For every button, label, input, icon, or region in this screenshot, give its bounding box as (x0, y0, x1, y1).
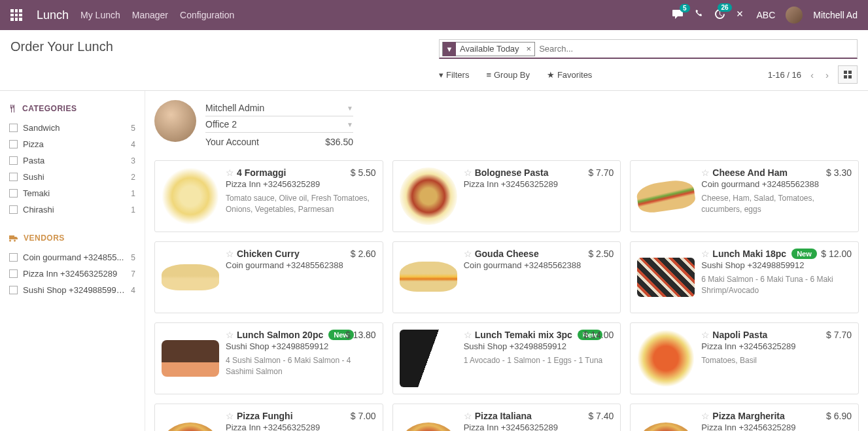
product-card[interactable]: $ 7.40☆Pizza ItalianaPizza Inn +32456325… (392, 404, 621, 431)
product-card[interactable]: $ 7.00☆Pizza FunghiPizza Inn +3245632528… (154, 404, 383, 431)
product-vendor: Pizza Inn +32456325289 (226, 422, 376, 431)
favorite-star-icon[interactable]: ☆ (701, 411, 710, 421)
category-item[interactable]: Temaki1 (9, 185, 135, 201)
favorite-star-icon[interactable]: ☆ (226, 330, 234, 340)
product-image (637, 422, 695, 431)
favorites-button[interactable]: ★Favorites (547, 70, 592, 80)
product-card[interactable]: $ 2.60☆Chicken CurryCoin gourmand +32485… (154, 241, 383, 313)
groupby-button[interactable]: ≡Group By (486, 70, 530, 80)
activities-badge: 26 (718, 3, 731, 12)
product-price: $ 6.90 (826, 411, 852, 421)
checkbox[interactable] (9, 140, 18, 148)
category-item[interactable]: Chirashi1 (9, 201, 135, 218)
vendor-label: Coin gourmand +324855... (23, 252, 126, 262)
facet-label: Available Today (456, 44, 523, 54)
favorite-star-icon[interactable]: ☆ (701, 330, 710, 340)
product-description: 4 Sushi Salmon - 6 Maki Salmon - 4 Sashi… (226, 355, 376, 377)
category-item[interactable]: Sushi2 (9, 169, 135, 185)
nav-manager[interactable]: Manager (132, 10, 168, 20)
office-select[interactable]: Office 2▼ (205, 116, 353, 133)
checkbox[interactable] (9, 189, 18, 198)
user-avatar-icon[interactable] (786, 7, 803, 24)
facet-remove-icon[interactable]: × (523, 44, 535, 54)
search-box[interactable]: ▼ Available Today × (439, 39, 858, 59)
product-image (162, 167, 219, 225)
app-brand[interactable]: Lunch (37, 9, 69, 22)
nav-configuration[interactable]: Configuration (180, 10, 234, 20)
product-image (400, 330, 457, 387)
product-image (400, 422, 457, 431)
search-facet: ▼ Available Today × (442, 42, 535, 56)
product-description: Cheese, Ham, Salad, Tomatoes, cucumbers,… (701, 193, 852, 215)
product-description: 1 Avocado - 1 Salmon - 1 Eggs - 1 Tuna (464, 355, 614, 366)
messages-icon[interactable]: 5 (672, 9, 684, 22)
pager-text: 1-16 / 16 (768, 70, 801, 80)
vendor-item[interactable]: Sushi Shop +3249885999...4 (9, 282, 135, 298)
product-card[interactable]: $ 6.90☆Pizza MargheritaPizza Inn +324563… (630, 404, 859, 431)
favorite-star-icon[interactable]: ☆ (226, 167, 234, 178)
vendor-count: 4 (131, 286, 135, 295)
product-title: Lunch Maki 18pc (712, 249, 786, 259)
product-image (637, 258, 695, 297)
favorite-star-icon[interactable]: ☆ (464, 167, 472, 178)
pager-next-icon[interactable]: › (823, 67, 831, 83)
product-card[interactable]: $ 7.70☆Napoli PastaPizza Inn +3245632528… (630, 322, 859, 394)
favorite-star-icon[interactable]: ☆ (701, 167, 710, 178)
product-vendor: Pizza Inn +32456325289 (464, 179, 614, 189)
user-name[interactable]: Mitchell Ad (813, 10, 858, 20)
product-card[interactable]: $ 5.50☆4 FormaggiPizza Inn +32456325289T… (154, 160, 383, 232)
pager-prev-icon[interactable]: ‹ (808, 67, 816, 83)
company-name[interactable]: ABC (757, 10, 776, 20)
category-count: 4 (131, 140, 135, 149)
search-input[interactable] (535, 44, 854, 54)
debug-icon[interactable] (736, 9, 746, 22)
truck-icon (9, 234, 18, 242)
product-card[interactable]: $ 12.00☆Lunch Maki 18pcNewSushi Shop +32… (630, 241, 859, 313)
checkbox[interactable] (9, 286, 18, 294)
category-item[interactable]: Pasta3 (9, 152, 135, 169)
user-select[interactable]: Mitchell Admin▼ (205, 100, 353, 116)
product-card[interactable]: $ 3.30☆Cheese And HamCoin gourmand +3248… (630, 160, 859, 232)
category-item[interactable]: Sandwich5 (9, 120, 135, 136)
product-price: $ 7.70 (826, 330, 852, 340)
product-card[interactable]: $ 7.70☆Bolognese PastaPizza Inn +3245632… (392, 160, 621, 232)
checkbox[interactable] (9, 124, 18, 132)
checkbox[interactable] (9, 269, 18, 278)
product-image (636, 178, 697, 215)
checkbox[interactable] (9, 156, 18, 165)
category-item[interactable]: Pizza4 (9, 136, 135, 152)
phone-icon[interactable] (694, 9, 704, 21)
checkbox[interactable] (9, 205, 18, 214)
favorite-star-icon[interactable]: ☆ (464, 249, 472, 259)
product-card[interactable]: $ 13.80☆Lunch Salmon 20pcNewSushi Shop +… (154, 322, 383, 394)
kanban-icon (844, 71, 852, 78)
product-card[interactable]: $ 2.50☆Gouda CheeseCoin gourmand +324855… (392, 241, 621, 313)
product-image (637, 330, 695, 387)
account-balance: $36.50 (325, 137, 353, 147)
product-vendor: Pizza Inn +32456325289 (701, 422, 852, 431)
filters-button[interactable]: ▾Filters (439, 70, 469, 80)
vendor-item[interactable]: Pizza Inn +324563252897 (9, 266, 135, 282)
favorite-star-icon[interactable]: ☆ (464, 330, 472, 340)
vendor-item[interactable]: Coin gourmand +324855...5 (9, 249, 135, 266)
category-count: 2 (131, 173, 135, 182)
product-price: $ 5.50 (351, 167, 376, 178)
checkbox[interactable] (9, 253, 18, 262)
checkbox[interactable] (9, 173, 18, 181)
favorite-star-icon[interactable]: ☆ (701, 249, 710, 259)
category-count: 5 (131, 124, 135, 133)
favorite-star-icon[interactable]: ☆ (226, 249, 234, 259)
product-vendor: Coin gourmand +32485562388 (226, 260, 376, 270)
favorite-star-icon[interactable]: ☆ (464, 411, 472, 421)
activities-icon[interactable]: 26 (714, 9, 725, 22)
product-description: Tomato sauce, Olive oil, Fresh Tomatoes,… (226, 193, 376, 215)
product-card[interactable]: $ 14.00☆Lunch Temaki mix 3pcNewSushi Sho… (392, 322, 621, 394)
list-icon: ≡ (486, 70, 491, 80)
favorite-star-icon[interactable]: ☆ (226, 411, 234, 421)
apps-icon[interactable] (10, 9, 22, 21)
product-image (400, 262, 457, 292)
nav-my-lunch[interactable]: My Lunch (80, 10, 120, 20)
product-image (162, 422, 219, 431)
product-title: Pizza Italiana (475, 411, 532, 421)
kanban-view-button[interactable] (838, 65, 858, 84)
